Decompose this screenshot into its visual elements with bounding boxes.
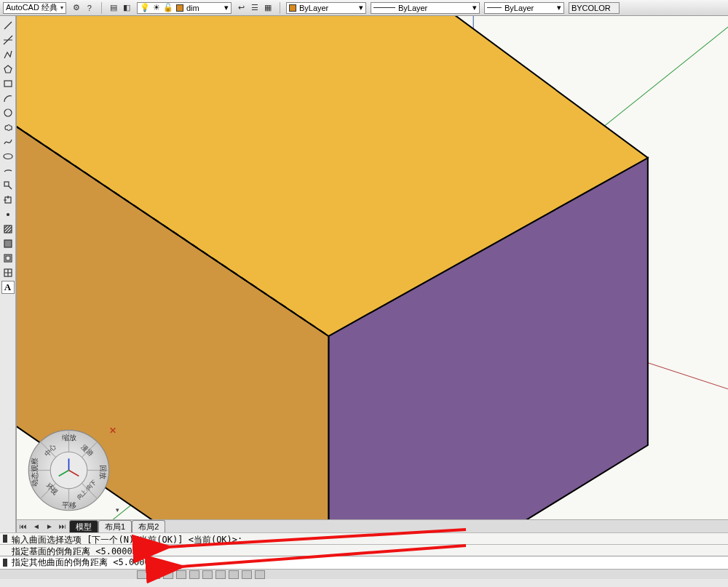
grid-toggle[interactable] (150, 570, 160, 579)
top-property-bar: AutoCAD 经典 ▾ ⚙ ? ▤ ◧ 💡 ☀ 🔓 dim ▾ ↩ ☰ ▦ B… (0, 0, 728, 16)
chevron-down-icon: ▾ (359, 3, 363, 12)
workspace-icons: ⚙ ? (71, 2, 95, 14)
model-viewport[interactable]: 缩放 平移 动态观察 回放 中心 漫游 向上/向下 环视 ✕ ▾ ⏮ ◄ ► ⏭… (16, 16, 728, 532)
linetype-label: ByLayer (398, 4, 427, 12)
wheel-zoom-label: 缩放 (62, 434, 76, 442)
snap-toggle[interactable] (137, 570, 147, 579)
lineweight-label: ByLayer (505, 4, 534, 12)
separator (280, 2, 280, 14)
insert-block-tool[interactable] (1, 179, 15, 192)
lock-icon: 🔓 (163, 3, 173, 12)
polyline-tool[interactable] (1, 48, 15, 61)
qp-toggle[interactable] (255, 570, 265, 579)
command-area: 输入曲面选择选项 [下一个(N)/当前(OK)] <当前(OK)>: 指定基面的… (0, 532, 728, 587)
draw-toolbar: A (0, 16, 16, 532)
color-swatch (289, 4, 296, 12)
command-input[interactable] (160, 558, 724, 568)
tab-layout2[interactable]: 布局2 (132, 520, 165, 532)
layer-dropdown[interactable]: 💡 ☀ 🔓 dim ▾ (137, 2, 232, 14)
make-block-tool[interactable] (1, 193, 15, 207)
table-tool[interactable] (1, 266, 15, 279)
cmd-text-1: 输入曲面选择选项 [下一个(N)/当前(OK)] <当前(OK)>: (12, 535, 242, 545)
layer-previous-icon[interactable]: ↩ (236, 2, 248, 14)
lineweight-preview (487, 7, 502, 8)
chevron-down-icon: ▾ (224, 3, 229, 12)
command-input-row[interactable]: 指定其他曲面的倒角距离 <5.0000>: (0, 556, 728, 569)
region-tool[interactable] (1, 252, 15, 265)
cmd-prompt: 指定其他曲面的倒角距离 <5.0000>: (12, 556, 160, 569)
workspace-gear-icon[interactable]: ⚙ (71, 2, 82, 14)
rectangle-tool[interactable] (1, 77, 15, 90)
cmd-text-2: 指定基面的倒角距离 <5.0000>: (12, 546, 143, 556)
wheel-pan-label: 平移 (62, 501, 76, 509)
workspace-label: AutoCAD 经典 (6, 2, 58, 13)
lineweight-dropdown[interactable]: ByLayer ▾ (484, 2, 564, 14)
point-tool[interactable] (1, 208, 15, 221)
tab-layout1[interactable]: 布局1 (98, 520, 132, 532)
tab-next-icon[interactable]: ► (43, 521, 56, 532)
chevron-down-icon: ▾ (60, 4, 63, 11)
ortho-toggle[interactable] (163, 570, 173, 579)
prompt-bar-icon (3, 535, 7, 543)
main-area: A (0, 16, 728, 532)
color-label: ByLayer (299, 4, 328, 12)
circle-tool[interactable] (1, 106, 15, 119)
lwt-toggle[interactable] (242, 570, 252, 579)
text-tool[interactable]: A (1, 281, 15, 294)
svg-rect-7 (4, 225, 12, 233)
svg-point-6 (7, 214, 9, 216)
gradient-tool[interactable] (1, 237, 15, 250)
otrack-toggle[interactable] (202, 570, 213, 579)
wheel-orbit-label: 动态观察 (31, 458, 39, 487)
svg-rect-10 (6, 256, 10, 260)
arc-tool[interactable] (1, 92, 15, 105)
command-history-line: 指定基面的倒角距离 <5.0000>: (0, 544, 728, 556)
plotstyle-label: BYCOLOR (571, 4, 611, 12)
layer-name-label: dim (186, 4, 199, 12)
color-dropdown[interactable]: ByLayer ▾ (286, 2, 366, 14)
chevron-down-icon: ▾ (472, 3, 477, 12)
workspace-dropdown[interactable]: AutoCAD 经典 ▾ (3, 2, 66, 14)
tab-prev-icon[interactable]: ◄ (30, 521, 43, 532)
ellipse-arc-tool[interactable] (1, 164, 15, 177)
lightbulb-icon: 💡 (140, 3, 150, 12)
tab-last-icon[interactable]: ⏭ (56, 521, 69, 532)
plotstyle-dropdown[interactable]: BYCOLOR (569, 2, 620, 14)
linetype-preview (373, 7, 395, 8)
spline-tool[interactable] (1, 135, 15, 148)
hatch-tool[interactable] (1, 223, 15, 236)
revcloud-tool[interactable] (1, 121, 15, 134)
linetype-dropdown[interactable]: ByLayer ▾ (371, 2, 480, 14)
wheel-close-button[interactable]: ✕ (108, 426, 118, 436)
ducs-toggle[interactable] (215, 570, 226, 579)
workspace-help-icon[interactable]: ? (84, 2, 95, 14)
dyn-toggle[interactable] (229, 570, 239, 579)
polygon-tool[interactable] (1, 63, 15, 76)
separator (101, 2, 102, 14)
ellipse-tool[interactable] (1, 150, 15, 163)
layer-manager-icon[interactable]: ▤ (108, 2, 119, 14)
layer-iso-icon[interactable]: ▦ (262, 2, 274, 14)
tab-first-icon[interactable]: ⏮ (17, 521, 30, 532)
steering-wheel[interactable]: 缩放 平移 动态观察 回放 中心 漫游 向上/向下 环视 ✕ ▾ (27, 428, 111, 512)
osnap-toggle[interactable] (189, 570, 199, 579)
chevron-down-icon: ▾ (557, 3, 561, 12)
svg-point-2 (4, 109, 12, 116)
svg-marker-0 (4, 65, 12, 73)
status-bar (0, 569, 728, 579)
construction-line-tool[interactable] (1, 33, 15, 47)
svg-rect-1 (4, 81, 12, 87)
line-tool[interactable] (1, 19, 15, 32)
svg-point-3 (4, 154, 12, 159)
tab-model[interactable]: 模型 (69, 520, 98, 532)
layout-tabs-bar: ⏮ ◄ ► ⏭ 模型 布局1 布局2 (17, 519, 728, 532)
svg-rect-4 (4, 182, 9, 186)
wheel-menu-button[interactable]: ▾ (116, 506, 119, 514)
command-history-line: 输入曲面选择选项 [下一个(N)/当前(OK)] <当前(OK)>: (0, 532, 728, 544)
sun-icon: ☀ (153, 3, 160, 12)
layer-state-icon[interactable]: ☰ (249, 2, 261, 14)
wheel-rewind-label: 回放 (99, 465, 107, 479)
drawing-canvas (17, 16, 728, 532)
layer-filter-icon[interactable]: ◧ (121, 2, 132, 14)
polar-toggle[interactable] (176, 570, 186, 579)
